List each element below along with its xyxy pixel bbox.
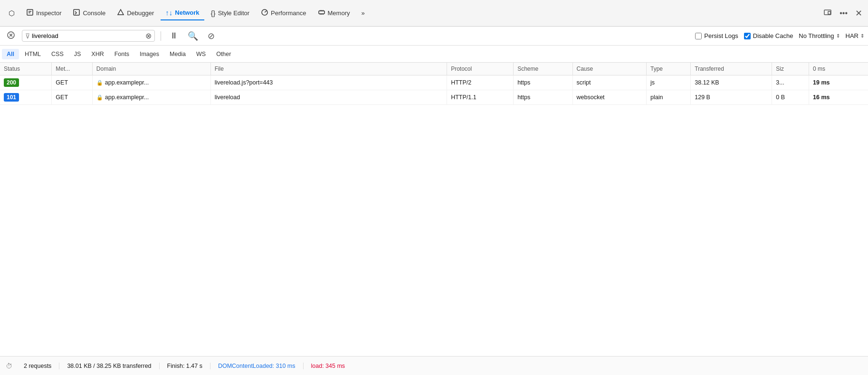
load-time: load: 345 ms: [304, 363, 353, 369]
more-options-btn[interactable]: •••: [838, 7, 849, 19]
har-select[interactable]: HAR ⇕: [846, 32, 864, 39]
row-scheme: https: [514, 90, 572, 105]
filter-options: Persist Logs Disable Cache No Throttling…: [695, 32, 864, 39]
overflow-btn[interactable]: »: [356, 7, 369, 19]
tab-inspector-label: Inspector: [36, 9, 61, 17]
type-btn-images[interactable]: Images: [135, 49, 164, 59]
row-status: 200: [0, 75, 52, 90]
col-type[interactable]: Type: [647, 63, 691, 75]
col-timing[interactable]: 0 ms: [809, 63, 868, 75]
type-btn-other[interactable]: Other: [211, 49, 236, 59]
statusbar: ⏱ 2 requests 38.01 KB / 38.25 KB transfe…: [0, 356, 868, 375]
cursor-icon: ⬡: [9, 9, 15, 18]
row-protocol: HTTP/1.1: [447, 90, 514, 105]
lock-icon: 🔒: [96, 94, 103, 100]
row-cause: websocket: [572, 90, 646, 105]
col-method[interactable]: Met...: [52, 63, 93, 75]
responsive-design-btn[interactable]: [821, 6, 834, 20]
table-row[interactable]: 200 GET 🔒app.examplepr... livereload.js?…: [0, 75, 868, 90]
status-badge-101: 101: [4, 93, 19, 102]
svg-marker-4: [118, 9, 124, 15]
row-file: livereload: [210, 90, 447, 105]
main-content: ⊽ ⊗ ⏸ 🔍 ⊘ Persist Logs Disable Cache: [0, 27, 868, 375]
tab-inspector[interactable]: Inspector: [21, 6, 66, 20]
block-icon: ⊘: [208, 31, 215, 41]
filter-input[interactable]: [32, 32, 145, 39]
console-icon: [73, 9, 80, 18]
disable-cache-option: Disable Cache: [744, 32, 793, 39]
filter-divider: [161, 31, 161, 41]
har-arrow-icon: ⇕: [860, 33, 864, 38]
col-size[interactable]: Siz: [772, 63, 809, 75]
table-header-row: Status Met... Domain File Protocol Schem…: [0, 63, 868, 75]
persist-logs-option: Persist Logs: [695, 32, 738, 39]
timer-icon: ⏱: [6, 362, 12, 370]
col-status[interactable]: Status: [0, 63, 52, 75]
tab-console-label: Console: [83, 9, 105, 17]
lock-icon: 🔒: [96, 80, 103, 85]
row-size: 0 B: [772, 90, 809, 105]
type-btn-xhr[interactable]: XHR: [86, 49, 108, 59]
tab-performance[interactable]: Performance: [256, 6, 311, 20]
persist-logs-label[interactable]: Persist Logs: [704, 32, 738, 39]
svg-rect-14: [828, 11, 830, 14]
tab-console[interactable]: Console: [68, 6, 110, 20]
network-table: Status Met... Domain File Protocol Schem…: [0, 63, 868, 105]
type-btn-media[interactable]: Media: [165, 49, 191, 59]
style-editor-icon: {}: [211, 9, 216, 17]
tab-memory-label: Memory: [328, 9, 350, 17]
row-type: plain: [647, 90, 691, 105]
close-btn[interactable]: ✕: [853, 6, 864, 20]
typebar: All HTML CSS JS XHR Fonts Images Media W…: [0, 46, 868, 63]
type-btn-js[interactable]: JS: [69, 49, 86, 59]
type-btn-css[interactable]: CSS: [47, 49, 68, 59]
row-protocol: HTTP/2: [447, 75, 514, 90]
pause-recording-btn[interactable]: ⏸: [167, 30, 181, 42]
row-size: 3...: [772, 75, 809, 90]
col-domain[interactable]: Domain: [92, 63, 210, 75]
row-timing: 19 ms: [809, 75, 868, 90]
col-protocol[interactable]: Protocol: [447, 63, 514, 75]
table-row[interactable]: 101 GET 🔒app.examplepr... livereload HTT…: [0, 90, 868, 105]
tab-memory[interactable]: Memory: [313, 6, 355, 20]
throttle-select[interactable]: No Throttling ⇕: [799, 32, 839, 39]
type-btn-all[interactable]: All: [2, 49, 19, 59]
col-scheme[interactable]: Scheme: [514, 63, 572, 75]
disable-cache-label[interactable]: Disable Cache: [753, 32, 793, 39]
filterbar: ⊽ ⊗ ⏸ 🔍 ⊘ Persist Logs Disable Cache: [0, 27, 868, 46]
filter-clear-btn[interactable]: ⊗: [145, 31, 152, 40]
search-icon: 🔍: [188, 31, 198, 41]
finish-time: Finish: 1.47 s: [160, 363, 210, 369]
memory-icon: [318, 9, 325, 18]
type-btn-fonts[interactable]: Fonts: [110, 49, 134, 59]
type-btn-html[interactable]: HTML: [20, 49, 46, 59]
row-domain: 🔒app.examplepr...: [92, 75, 210, 90]
col-transferred[interactable]: Transferred: [691, 63, 772, 75]
transferred-amount: 38.01 KB / 38.25 KB transferred: [59, 363, 159, 369]
col-cause[interactable]: Cause: [572, 63, 646, 75]
pause-icon: ⏸: [170, 31, 178, 40]
filter-x-icon: ⊗: [145, 32, 152, 40]
requests-count: 2 requests: [16, 363, 59, 369]
tab-network[interactable]: ↑↓ Network: [161, 6, 204, 20]
type-btn-ws[interactable]: WS: [191, 49, 210, 59]
cursor-tool-btn[interactable]: ⬡: [4, 6, 19, 20]
tab-style-editor-label: Style Editor: [218, 9, 249, 17]
filter-funnel-icon: ⊽: [25, 32, 30, 40]
tab-debugger[interactable]: Debugger: [112, 6, 159, 20]
har-label: HAR: [846, 32, 858, 39]
col-file[interactable]: File: [210, 63, 447, 75]
persist-logs-checkbox[interactable]: [695, 33, 702, 39]
disable-cache-checkbox[interactable]: [744, 33, 751, 39]
tab-debugger-label: Debugger: [127, 9, 154, 17]
block-requests-btn[interactable]: ⊘: [205, 30, 218, 42]
clear-requests-btn[interactable]: [4, 30, 18, 42]
search-btn[interactable]: 🔍: [185, 30, 201, 42]
tab-style-editor[interactable]: {} Style Editor: [206, 6, 255, 20]
row-method: GET: [52, 90, 93, 105]
network-icon: ↑↓: [165, 9, 172, 17]
more-dots-icon: •••: [839, 9, 848, 17]
row-scheme: https: [514, 75, 572, 90]
row-status: 101: [0, 90, 52, 105]
row-type: js: [647, 75, 691, 90]
